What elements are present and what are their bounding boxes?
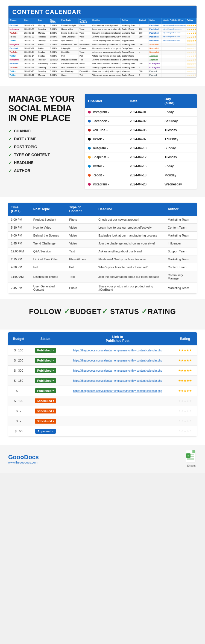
feature-label: AUTHOR: [14, 168, 30, 173]
dropdown-arrow-icon[interactable]: ▾: [106, 129, 108, 132]
dropdown-arrow-icon[interactable]: ▾: [103, 138, 104, 141]
cell-type: Video: [78, 51, 91, 54]
cell-channel: Twitter: [8, 54, 23, 58]
cell-headline: Ask us anything about our brand: [91, 39, 121, 43]
status-badge[interactable]: Published ▾: [35, 388, 56, 393]
manage-feature-item: ✓CHANNEL: [8, 129, 79, 134]
budget-dollar: $: [14, 399, 16, 403]
pd-author: Marketing Team: [165, 255, 197, 263]
published-link[interactable]: https://thegoodocs.com/calendar-template…: [73, 369, 162, 372]
budget-cell: $ 100: [8, 345, 29, 355]
dropdown-arrow-icon[interactable]: ▾: [108, 120, 109, 123]
manage-feature-item: ✓AUTHOR: [8, 168, 79, 173]
channel-name: Snapchat: [92, 155, 106, 159]
budget-amount: 300: [18, 369, 23, 372]
cell-channel: YouTube: [8, 51, 23, 54]
channel-name: Facebook: [92, 119, 107, 123]
pd-type: Text: [66, 247, 96, 255]
cell-budget: -: [138, 66, 148, 69]
svg-rect-6: [187, 459, 194, 460]
cell-day: Thursday: [37, 66, 49, 69]
dropdown-arrow-icon[interactable]: ▾: [108, 111, 109, 114]
dropdown-arrow-icon[interactable]: ▾: [107, 156, 109, 159]
channel-cell: YouTube ▾: [85, 126, 127, 135]
day-cell: Tuesday: [161, 153, 197, 162]
cell-headline: Join us and ask your questions live: [91, 51, 121, 54]
budget-cell: $ 200: [8, 355, 29, 366]
table-row: $ - Published ▾ https://thegoodocs.com/c…: [8, 386, 197, 396]
dropdown-arrow-icon[interactable]: ▾: [108, 183, 109, 186]
pd-headline: Flash sale! Grab your favorites now: [96, 255, 165, 263]
budget-amount: -: [20, 389, 21, 392]
goodocs-logo[interactable]: GooDocs: [8, 454, 39, 461]
status-badge[interactable]: Published ▾: [35, 378, 56, 383]
cell-time: 6:00 PM: [49, 31, 60, 35]
day-cell: Sunday: [161, 144, 197, 153]
channel-name: YouTube: [92, 128, 105, 132]
goodocs-url[interactable]: www.thegoodocs.com: [8, 461, 39, 464]
status-badge[interactable]: Scheduled ▾: [35, 398, 57, 403]
list-item: Instagram ▾ 2024-04-01 Friday: [85, 108, 197, 117]
cell-day: Sunday: [37, 51, 49, 54]
status-badge[interactable]: Published ▾: [35, 348, 56, 353]
cell-rating: ☆☆☆☆☆: [186, 70, 197, 73]
date-cell: 2024-04-01: [127, 108, 161, 117]
pd-topic: Poll: [31, 263, 66, 271]
cell-author: Design Team: [121, 47, 138, 50]
published-link[interactable]: https://thegoodocs.com/calendar-template…: [73, 359, 162, 362]
pd-col-author: Author: [165, 203, 197, 216]
stars-filled: ★★★★★: [178, 349, 192, 352]
dropdown-arrow-icon[interactable]: ▾: [107, 147, 108, 150]
status-cell: Scheduled ▾: [29, 406, 62, 416]
pd-time: 2:15 PM: [8, 255, 31, 263]
published-link[interactable]: https://thegoodocs.com/calendar-template…: [73, 389, 162, 392]
rating-cell: ★★★★★: [173, 386, 197, 396]
status-badge[interactable]: Approved ▾: [35, 429, 56, 434]
cell-type: Photo/Video: [78, 70, 91, 73]
stars-empty: ☆☆☆☆☆: [178, 399, 192, 403]
cell-rating: ☆☆☆☆☆: [186, 43, 197, 46]
cell-status: Published: [148, 24, 162, 27]
rating-cell: ☆☆☆☆☆: [173, 416, 197, 426]
channel-cell: Telegram ▾: [85, 144, 127, 153]
cell-topic: Infographic: [60, 47, 78, 50]
pd-time: 3:00 PM: [8, 216, 31, 224]
link-cell: https://thegoodocs.com/calendar-template…: [62, 355, 173, 366]
check-icon: ✓: [8, 136, 12, 142]
table-row: Twitter 2024-01-22 Monday 6:05 PM Quote …: [8, 74, 197, 77]
sheets-icon: ≡: [186, 450, 197, 463]
pd-topic: Discussion Thread: [31, 271, 66, 282]
table-row: Facebook 2024-01-17 Wednesday 1:30 PM Cu…: [8, 62, 197, 66]
published-link[interactable]: https://thegoodocs.com/calendar-template…: [73, 349, 162, 352]
budget-dollar: $: [14, 349, 16, 352]
status-badge[interactable]: Published ▾: [35, 358, 56, 363]
cell-status: Scheduled: [148, 47, 162, 50]
channel-cell: Instagram ▾: [85, 108, 127, 117]
status-badge[interactable]: Scheduled ▾: [35, 419, 57, 424]
status-badge[interactable]: Scheduled ▾: [35, 409, 57, 413]
cell-status: Planned: [148, 70, 162, 73]
cell-budget: 300: [138, 31, 148, 35]
channel-table-body: Instagram ▾ 2024-04-01 Friday Facebook ▾…: [85, 108, 197, 189]
dropdown-arrow-icon[interactable]: ▾: [103, 165, 104, 168]
pd-time: 12:00 PM: [8, 247, 31, 255]
budget-amount: 100: [18, 399, 23, 403]
day-cell: Friday: [161, 108, 197, 117]
table-row: Facebook 2024-01-12 Friday 3:30 PM Infog…: [8, 47, 197, 51]
cell-day: Monday: [37, 31, 49, 35]
cell-headline: Real stories from our customers: [91, 62, 121, 66]
cell-author: Influencer: [121, 35, 138, 39]
sheets-label: Sheets: [186, 464, 197, 467]
status-badge[interactable]: Published ▾: [35, 368, 56, 373]
spreadsheet-title: CONTENT CALENDAR: [8, 6, 197, 18]
cell-day: Monday: [37, 24, 49, 27]
published-link[interactable]: https://thegoodocs.com/calendar-template…: [73, 379, 162, 382]
day-cell: Monday: [161, 171, 197, 180]
dropdown-arrow-icon[interactable]: ▾: [103, 174, 104, 177]
pd-topic: Product Spotlight: [31, 216, 66, 224]
list-item: TikTok ▾ 2024-04-07 Thursday: [85, 135, 197, 144]
day-cell: Friday: [161, 162, 197, 171]
cell-link: [162, 51, 186, 54]
link-cell: [62, 416, 173, 426]
status-cell: Scheduled ▾: [29, 396, 62, 406]
